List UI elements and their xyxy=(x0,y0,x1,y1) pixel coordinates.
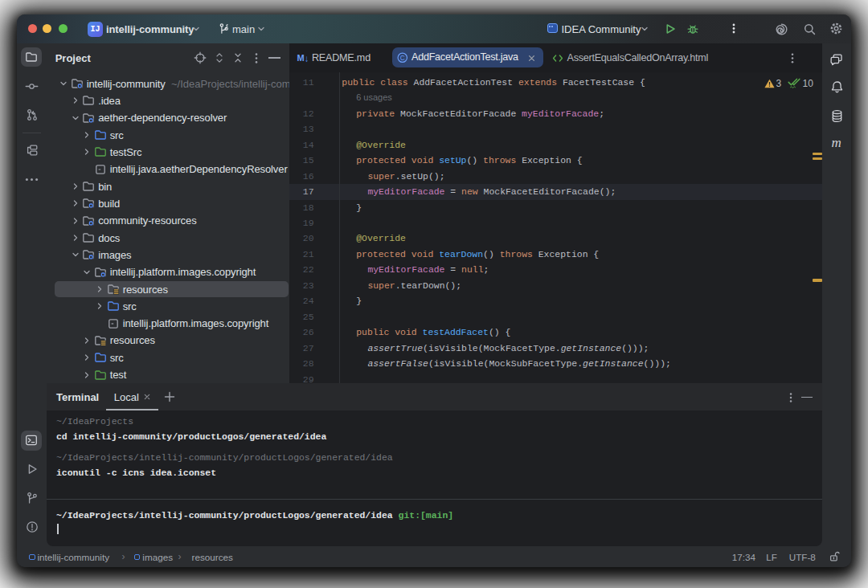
svg-text:C: C xyxy=(400,55,405,62)
